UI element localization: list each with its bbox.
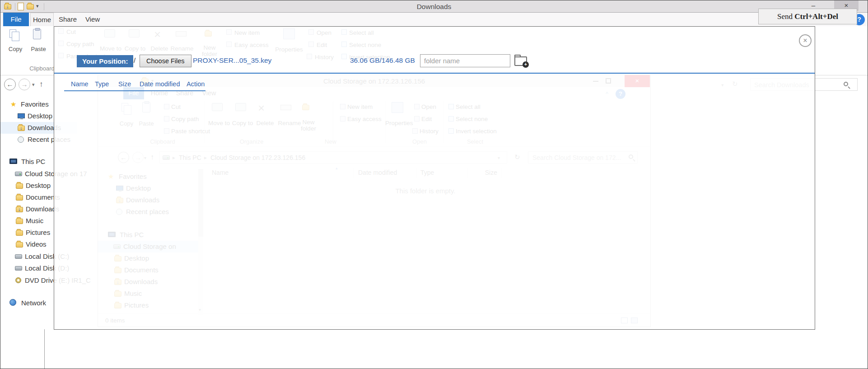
create-folder-icon[interactable]: + (514, 56, 527, 66)
sidebar-label: Desktop (28, 112, 52, 120)
column-name[interactable]: Name (71, 80, 89, 88)
column-size[interactable]: Size (118, 80, 131, 88)
folder-name-input[interactable] (420, 54, 510, 67)
sidebar-label: Network (21, 299, 46, 307)
column-date-modified[interactable]: Date modified (140, 80, 180, 88)
forward-icon[interactable]: → (19, 79, 30, 90)
downloads-explorer-window: ▾ Downloads – × File Home Share View Cop… (0, 0, 868, 369)
this-pc-icon (9, 159, 17, 164)
folder-icon (16, 183, 23, 189)
selected-file-name: PROXY-SER...05_35.key (193, 56, 271, 65)
dialog-close-icon[interactable]: × (799, 34, 812, 47)
history-dropdown-icon[interactable]: ▾ (32, 82, 35, 88)
choose-files-button[interactable]: Choose Files (140, 55, 191, 67)
videos-folder-icon (16, 242, 23, 248)
search-icon[interactable] (844, 82, 848, 86)
music-folder-icon (16, 219, 23, 224)
dvd-icon (15, 277, 21, 283)
paste-button[interactable]: Paste (28, 46, 48, 52)
copy-button[interactable]: Copy (5, 46, 26, 52)
back-icon[interactable]: ← (4, 79, 16, 90)
sidebar-label: Favorites (21, 100, 49, 108)
your-position-badge: Your Position: (77, 55, 133, 67)
send-label: Send (777, 12, 794, 21)
column-action[interactable]: Action (187, 80, 205, 88)
send-ctrl-alt-del-button[interactable]: Send Ctrl+Alt+Del (758, 9, 857, 24)
sidebar-label: This PC (21, 158, 45, 165)
header-underline (64, 90, 205, 91)
sidebar-label: Music (26, 217, 43, 224)
column-type[interactable]: Type (95, 80, 109, 88)
path-separator-link[interactable]: / (134, 56, 135, 64)
ribbon-tab-row: File Home Share View (0, 13, 868, 26)
sidebar-label: Desktop (26, 182, 51, 189)
copy-icon (9, 29, 16, 38)
recent-places-icon (18, 136, 24, 143)
star-icon: ★ (10, 100, 16, 108)
tab-share[interactable]: Share (56, 13, 79, 26)
downloads-folder-icon (18, 126, 25, 131)
upload-dialog: × Your Position: / Choose Files PROXY-SE… (54, 26, 815, 330)
up-icon[interactable]: ↑ (39, 80, 43, 89)
tab-view[interactable]: View (82, 13, 103, 26)
sidebar-label: Pictures (26, 229, 50, 236)
desktop-icon (18, 113, 25, 118)
storage-usage: 36.06 GB/146.48 GB (350, 56, 415, 65)
title-bar: ▾ Downloads – × (0, 0, 868, 13)
paste-icon (33, 29, 41, 39)
disk-icon (15, 254, 22, 259)
tab-home[interactable]: Home (30, 13, 54, 26)
network-drive-icon (15, 172, 22, 176)
downloads-folder-icon (16, 207, 23, 212)
network-icon (9, 299, 16, 306)
pictures-folder-icon (16, 230, 23, 236)
send-keys: Ctrl+Alt+Del (794, 12, 838, 21)
folder-icon (16, 195, 23, 201)
pane-separator (44, 329, 45, 369)
clipboard-group-label: Clipboard (26, 65, 58, 72)
plus-icon: + (523, 61, 529, 68)
divider (54, 73, 815, 74)
disk-icon (15, 266, 22, 271)
tab-file[interactable]: File (3, 13, 29, 26)
window-title: Downloads (0, 3, 868, 11)
sidebar-label: Videos (26, 240, 47, 248)
